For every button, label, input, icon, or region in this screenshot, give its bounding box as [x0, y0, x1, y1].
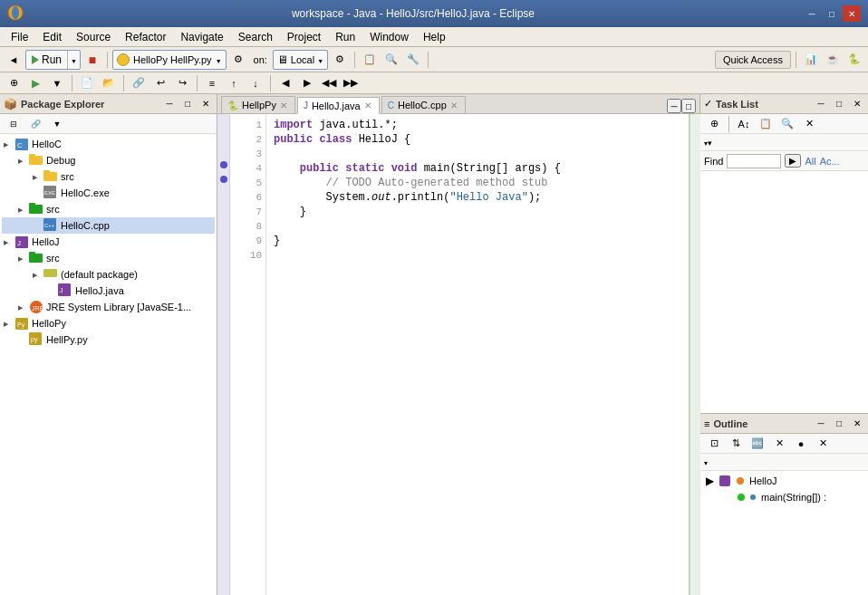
tab-hellpy[interactable]: 🐍 HellpPy ✕: [221, 96, 295, 113]
toolbar2-btn-3[interactable]: ▼: [47, 73, 67, 93]
find-input[interactable]: [727, 154, 781, 168]
code-editor[interactable]: import java.util.*; public class HelloJ …: [266, 114, 689, 595]
find-expand[interactable]: ▶: [785, 154, 801, 168]
tab-hellpy-close[interactable]: ✕: [280, 101, 287, 110]
launch-config-settings[interactable]: ⚙: [228, 50, 248, 70]
outline-main-method[interactable]: main(String[]) :: [702, 489, 866, 505]
menu-window[interactable]: Window: [362, 27, 416, 46]
find-ac-label[interactable]: Ac...: [820, 156, 840, 167]
perspective-btn-2[interactable]: ☕: [823, 50, 843, 70]
pe-collapse-all[interactable]: ⊟: [4, 114, 24, 134]
outline-maximize[interactable]: □: [832, 417, 846, 431]
server-selector[interactable]: 🖥 Local: [273, 50, 328, 70]
package-explorer-minimize[interactable]: ─: [162, 97, 177, 111]
toolbar2-btn-13[interactable]: ▶: [297, 73, 317, 93]
run-button-container: Run: [25, 50, 81, 70]
perspective-btn-1[interactable]: 📊: [801, 50, 821, 70]
task-btn-2[interactable]: 📋: [756, 114, 776, 134]
menu-edit[interactable]: Edit: [35, 27, 69, 46]
toolbar2-btn-1[interactable]: ⊕: [4, 73, 24, 93]
toolbar2-btn-9[interactable]: ≡: [202, 73, 222, 93]
tree-item-helloPy[interactable]: Py HelloPy: [2, 315, 215, 331]
menu-file[interactable]: File: [4, 27, 35, 46]
svg-rect-7: [43, 170, 50, 174]
maximize-button[interactable]: □: [823, 5, 841, 22]
perspective-btn-3[interactable]: 🐍: [844, 50, 864, 70]
editor-maximize[interactable]: □: [681, 99, 696, 113]
tab-helloc[interactable]: C HelloC.cpp ✕: [381, 96, 466, 113]
outline-btn-5[interactable]: ●: [791, 434, 811, 454]
pe-link-editor[interactable]: 🔗: [25, 114, 45, 134]
outline-btn-1[interactable]: ⊡: [704, 434, 724, 454]
outline-btn-3[interactable]: 🔤: [747, 434, 767, 454]
menu-help[interactable]: Help: [416, 27, 453, 46]
task-list-maximize[interactable]: □: [832, 97, 846, 111]
close-button[interactable]: ✕: [843, 5, 861, 22]
editor-minimize[interactable]: ─: [667, 99, 681, 113]
run-dropdown[interactable]: [67, 51, 80, 69]
run-button[interactable]: Run: [26, 51, 67, 69]
tab-helloc-close[interactable]: ✕: [450, 101, 458, 110]
outline-btn-2[interactable]: ⇅: [726, 434, 746, 454]
tree-item-helloJ-src[interactable]: src: [2, 250, 215, 266]
toolbar2-btn-12[interactable]: ◀: [275, 73, 295, 93]
toolbar2-btn-6[interactable]: 🔗: [129, 73, 149, 93]
tree-item-helloC-exe[interactable]: EXE HelloC.exe: [2, 185, 215, 201]
toolbar-btn-1[interactable]: 📋: [360, 50, 380, 70]
toolbar2-btn-14[interactable]: ◀◀: [319, 73, 339, 93]
toolbar2-btn-8[interactable]: ↪: [172, 73, 192, 93]
toolbar2-btn-2[interactable]: ▶: [25, 73, 45, 93]
outline-helloJ-class[interactable]: ▶ HelloJ: [702, 473, 866, 489]
task-list-minimize[interactable]: ─: [814, 97, 828, 111]
tree-item-jre[interactable]: JRE JRE System Library [JavaSE-1...: [2, 299, 215, 315]
outline-btn-4[interactable]: ✕: [769, 434, 789, 454]
task-new[interactable]: ⊕: [704, 114, 724, 134]
toolbar2-btn-7[interactable]: ↩: [150, 73, 170, 93]
tab-helloj-close[interactable]: ✕: [364, 101, 371, 110]
toolbar-btn-3[interactable]: 🔧: [403, 50, 423, 70]
tab-helloj[interactable]: J HelloJ.java ✕: [297, 97, 380, 114]
menu-refactor[interactable]: Refactor: [118, 27, 173, 46]
package-explorer-close[interactable]: ✕: [198, 97, 213, 111]
menu-source[interactable]: Source: [69, 27, 118, 46]
toolbar-btn-2[interactable]: 🔍: [381, 50, 401, 70]
tree-item-helloC[interactable]: C HelloC: [2, 136, 215, 152]
outline-close[interactable]: ✕: [850, 417, 864, 431]
task-btn-3[interactable]: 🔍: [777, 114, 797, 134]
tree-item-helloC-cpp[interactable]: C++ HelloC.cpp: [2, 217, 215, 234]
tree-item-debug-src[interactable]: src: [2, 168, 215, 185]
tree-item-debug[interactable]: Debug: [2, 152, 215, 168]
toolbar2-btn-11[interactable]: ↓: [246, 73, 265, 93]
tree-item-default-pkg[interactable]: (default package): [2, 266, 215, 283]
pe-menu[interactable]: ▼: [47, 114, 67, 134]
menu-run[interactable]: Run: [328, 27, 362, 46]
launch-config-selector[interactable]: HelloPy HellPy.py: [112, 50, 227, 70]
minimize-button[interactable]: ─: [803, 5, 821, 22]
menu-search[interactable]: Search: [231, 27, 280, 46]
task-collapse[interactable]: ▾: [700, 134, 868, 151]
svg-text:C: C: [17, 141, 23, 149]
task-list-close[interactable]: ✕: [850, 97, 864, 111]
tree-item-helloC-src[interactable]: src: [2, 201, 215, 217]
on-label: on:: [254, 54, 267, 65]
toolbar2-btn-10[interactable]: ↑: [224, 73, 244, 93]
toolbar2-btn-5[interactable]: 📂: [99, 73, 119, 93]
outline-btn-6[interactable]: ✕: [813, 434, 833, 454]
package-explorer-maximize[interactable]: □: [180, 97, 195, 111]
outline-minimize[interactable]: ─: [814, 417, 828, 431]
toolbar2-btn-4[interactable]: 📄: [77, 73, 97, 93]
task-btn-1[interactable]: A↕: [734, 114, 754, 134]
tree-item-hellPy-py[interactable]: py HellPy.py: [2, 331, 215, 348]
outline-collapse[interactable]: ▾: [700, 454, 868, 471]
back-button[interactable]: ◄: [4, 50, 24, 70]
tree-item-helloJ[interactable]: J HelloJ: [2, 234, 215, 250]
menu-project[interactable]: Project: [280, 27, 328, 46]
task-btn-4[interactable]: ✕: [799, 114, 819, 134]
quick-access-button[interactable]: Quick Access: [715, 51, 791, 69]
server-settings[interactable]: ⚙: [330, 50, 350, 70]
toolbar2-btn-15[interactable]: ▶▶: [341, 73, 361, 93]
stop-button[interactable]: ■: [82, 50, 102, 70]
menu-navigate[interactable]: Navigate: [173, 27, 230, 46]
bookmark-1: [220, 161, 227, 168]
tree-item-helloJ-java[interactable]: J HelloJ.java: [2, 283, 215, 299]
